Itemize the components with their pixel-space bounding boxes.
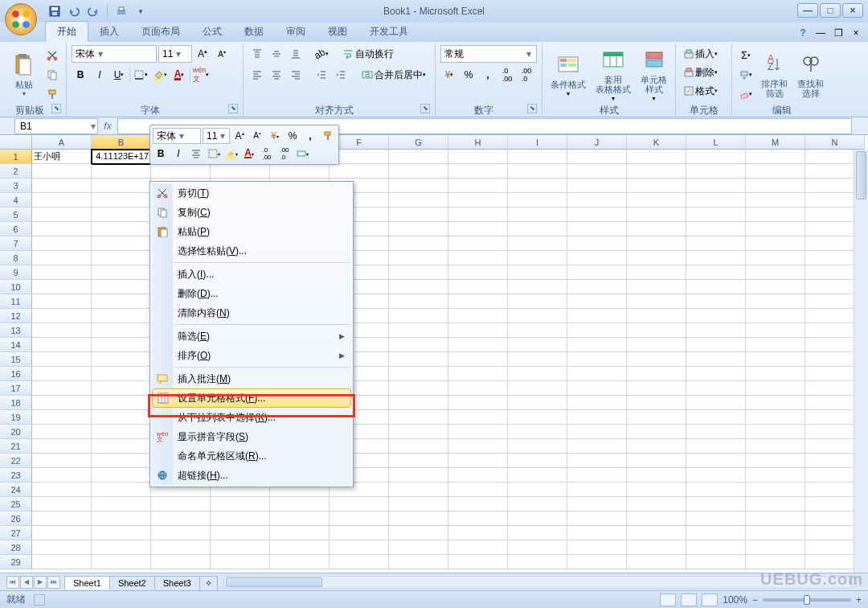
cell-B1[interactable]: 4.11123E+17 <box>92 150 151 164</box>
cell-A28[interactable] <box>32 540 92 555</box>
macro-record-button[interactable] <box>34 594 45 606</box>
cell-I14[interactable] <box>508 338 567 352</box>
cell-L13[interactable] <box>686 323 746 338</box>
mini-format-painter[interactable] <box>320 128 336 144</box>
cell-J13[interactable] <box>567 323 627 338</box>
cell-C26[interactable] <box>151 511 211 526</box>
cell-J27[interactable] <box>567 526 627 540</box>
column-header-G[interactable]: G <box>389 135 448 150</box>
cell-H5[interactable] <box>448 207 508 222</box>
doc-minimize[interactable]: — <box>813 26 828 40</box>
doc-close[interactable]: × <box>849 26 863 40</box>
row-header-2[interactable]: 2 <box>0 164 32 179</box>
cell-I26[interactable] <box>508 511 567 526</box>
cell-K8[interactable] <box>627 251 686 265</box>
phonetic-button[interactable]: wén文▾ <box>192 66 210 84</box>
cell-B7[interactable] <box>92 236 151 251</box>
cell-K18[interactable] <box>627 396 686 410</box>
italic-button[interactable]: I <box>91 66 108 84</box>
cell-H22[interactable] <box>448 454 508 468</box>
cell-J16[interactable] <box>567 367 627 381</box>
row-header-3[interactable]: 3 <box>0 179 32 193</box>
cell-G10[interactable] <box>389 280 448 294</box>
cell-H10[interactable] <box>448 280 508 294</box>
cell-G9[interactable] <box>389 265 448 280</box>
cell-B17[interactable] <box>92 381 151 396</box>
cell-B10[interactable] <box>92 280 151 294</box>
cell-B8[interactable] <box>92 251 151 265</box>
cell-A17[interactable] <box>32 381 92 396</box>
cell-L18[interactable] <box>686 396 746 410</box>
align-left[interactable] <box>248 66 266 84</box>
cell-H4[interactable] <box>448 193 508 207</box>
cell-K13[interactable] <box>627 323 686 338</box>
cell-K3[interactable] <box>627 179 686 193</box>
column-header-B[interactable]: B <box>92 135 151 150</box>
cell-G24[interactable] <box>389 483 448 497</box>
sheet-tab-1[interactable]: Sheet1 <box>64 576 110 590</box>
cell-K16[interactable] <box>627 367 686 381</box>
cell-G2[interactable] <box>389 164 448 179</box>
cell-G5[interactable] <box>389 207 448 222</box>
row-header-12[interactable]: 12 <box>0 309 32 323</box>
cell-L14[interactable] <box>686 338 746 352</box>
cell-G23[interactable] <box>389 468 448 483</box>
cell-I27[interactable] <box>508 526 567 540</box>
percent-format[interactable]: % <box>460 66 477 84</box>
mini-align-center[interactable] <box>188 146 204 162</box>
cell-H25[interactable] <box>448 497 508 511</box>
cell-K4[interactable] <box>627 193 686 207</box>
tab-review[interactable]: 审阅 <box>275 22 317 42</box>
row-header-27[interactable]: 27 <box>0 526 32 540</box>
zoom-slider[interactable] <box>763 598 851 602</box>
copy-button[interactable] <box>43 66 61 84</box>
cell-C29[interactable] <box>151 555 211 569</box>
cell-B14[interactable] <box>92 338 151 352</box>
cell-G22[interactable] <box>389 454 448 468</box>
tab-layout[interactable]: 页面布局 <box>130 22 191 42</box>
mini-font-name[interactable]: 宋体▾ <box>153 128 201 144</box>
orientation-button[interactable]: ab▾ <box>313 45 330 63</box>
cell-I18[interactable] <box>508 396 567 410</box>
cell-A9[interactable] <box>32 265 92 280</box>
cell-J12[interactable] <box>567 309 627 323</box>
cell-M16[interactable] <box>746 367 805 381</box>
cell-J21[interactable] <box>567 439 627 454</box>
cell-M3[interactable] <box>746 179 805 193</box>
cell-H17[interactable] <box>448 381 508 396</box>
font-name-combo[interactable]: 宋体▾ <box>72 45 157 63</box>
cell-C25[interactable] <box>151 497 211 511</box>
doc-restore[interactable]: ❐ <box>831 26 845 40</box>
cell-L24[interactable] <box>686 483 746 497</box>
fx-button[interactable]: fx <box>98 121 117 132</box>
cell-H18[interactable] <box>448 396 508 410</box>
cell-C27[interactable] <box>151 526 211 540</box>
ctx-insert[interactable]: 插入(I)... <box>152 265 351 284</box>
align-right[interactable] <box>287 66 305 84</box>
cell-F25[interactable] <box>330 497 389 511</box>
cell-M13[interactable] <box>746 323 805 338</box>
cell-H1[interactable] <box>448 150 508 164</box>
cell-J23[interactable] <box>567 468 627 483</box>
cell-G18[interactable] <box>389 396 448 410</box>
cell-M4[interactable] <box>746 193 805 207</box>
comma-format[interactable]: , <box>479 66 497 84</box>
cell-M8[interactable] <box>746 251 805 265</box>
ctx-cut[interactable]: 剪切(T) <box>152 183 351 203</box>
column-header-N[interactable]: N <box>805 135 865 150</box>
cell-I16[interactable] <box>508 367 567 381</box>
cell-L29[interactable] <box>686 555 746 569</box>
cell-B6[interactable] <box>92 222 151 236</box>
ctx-format-cells[interactable]: 设置单元格格式(F)... <box>152 388 351 408</box>
cell-M12[interactable] <box>746 309 805 323</box>
cell-L28[interactable] <box>686 540 746 555</box>
cell-L3[interactable] <box>686 179 746 193</box>
cell-H24[interactable] <box>448 483 508 497</box>
cell-L12[interactable] <box>686 309 746 323</box>
cell-E29[interactable] <box>270 555 330 569</box>
cell-I2[interactable] <box>508 164 567 179</box>
cell-I4[interactable] <box>508 193 567 207</box>
cell-F26[interactable] <box>330 511 389 526</box>
cell-I17[interactable] <box>508 381 567 396</box>
ctx-insert-comment[interactable]: 插入批注(M) <box>152 369 351 388</box>
